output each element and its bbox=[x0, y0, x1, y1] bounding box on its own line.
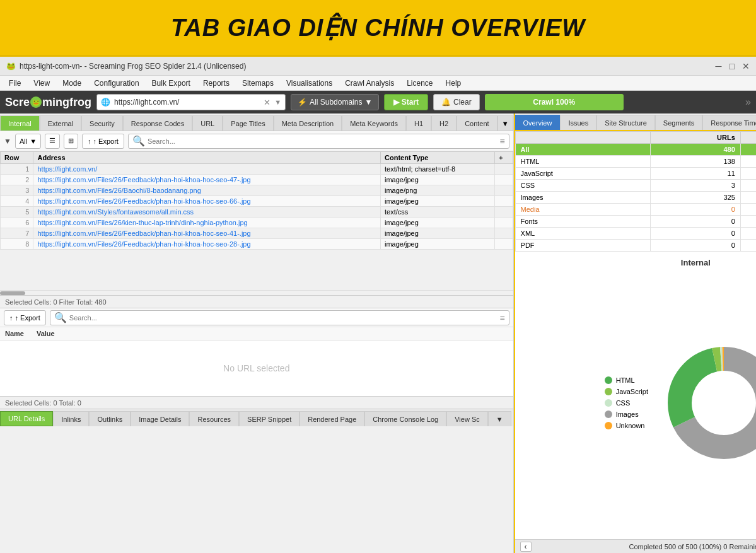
export-button[interactable]: ↑ ↑ Export bbox=[82, 134, 124, 149]
bottom-search-filter-icon[interactable]: ≡ bbox=[499, 313, 504, 323]
tab-meta-keywords[interactable]: Meta Keywords bbox=[342, 115, 406, 131]
tab-image-details[interactable]: Image Details bbox=[131, 411, 189, 426]
horizontal-scrollbar[interactable] bbox=[0, 290, 513, 295]
maximize-button[interactable]: □ bbox=[730, 61, 735, 71]
list-view-button[interactable]: ☰ bbox=[45, 134, 60, 149]
tab-response-times[interactable]: Response Times bbox=[702, 115, 756, 130]
tab-segments[interactable]: Segments bbox=[655, 115, 703, 130]
tab-content[interactable]: Content bbox=[457, 115, 497, 131]
menu-visualisations[interactable]: Visualisations bbox=[281, 78, 337, 89]
tab-more-bottom[interactable]: ▼ bbox=[488, 411, 511, 426]
cell-address[interactable]: https://light.com.vn/ bbox=[33, 164, 381, 175]
col-more[interactable]: + bbox=[495, 152, 513, 164]
tab-overview[interactable]: Overview bbox=[515, 115, 561, 130]
start-button[interactable]: ▶ Start bbox=[384, 94, 428, 110]
menu-licence[interactable]: Licence bbox=[402, 78, 438, 89]
overview-row[interactable]: Images 325 67.71% bbox=[515, 192, 756, 204]
tab-more[interactable]: ▼ bbox=[497, 115, 513, 131]
close-button[interactable]: ✕ bbox=[742, 61, 750, 71]
cell-address[interactable]: https://light.com.vn/Files/26/kien-thuc-… bbox=[33, 218, 381, 228]
table-row[interactable]: 1 https://light.com.vn/ text/html; chars… bbox=[1, 164, 513, 175]
table-row[interactable]: 4 https://light.com.vn/Files/26/Feedback… bbox=[1, 196, 513, 207]
table-row[interactable]: 7 https://light.com.vn/Files/26/Feedback… bbox=[1, 228, 513, 239]
cell-content-type: text/html; charset=utf-8 bbox=[381, 164, 495, 175]
tab-site-structure[interactable]: Site Structure bbox=[596, 115, 655, 130]
window-title: 🐸 https-light-com-vn- - Screaming Frog S… bbox=[6, 62, 246, 71]
minimize-button[interactable]: ─ bbox=[716, 61, 722, 71]
clear-button[interactable]: 🔔 Clear bbox=[433, 94, 480, 110]
tab-url[interactable]: URL bbox=[192, 115, 223, 131]
tab-internal[interactable]: Internal bbox=[0, 115, 40, 131]
cell-address[interactable]: https://light.com.vn/Files/26/Feedback/p… bbox=[33, 196, 381, 207]
cell-row: 5 bbox=[1, 207, 33, 218]
bottom-export-label: ↑ Export bbox=[15, 314, 40, 322]
menu-mode[interactable]: Mode bbox=[57, 78, 86, 89]
menu-reports[interactable]: Reports bbox=[198, 78, 235, 89]
prev-arrow[interactable]: ‹ bbox=[520, 542, 532, 552]
cell-address[interactable]: https://light.com.vn/Files/26/Feedback/p… bbox=[33, 228, 381, 239]
menu-help[interactable]: Help bbox=[441, 78, 467, 89]
overview-cell-urls: 480 bbox=[650, 144, 740, 156]
menu-sitemaps[interactable]: Sitemaps bbox=[237, 78, 279, 89]
bottom-export-button[interactable]: ↑ ↑ Export bbox=[4, 310, 46, 325]
cell-address[interactable]: https://light.com.vn/Files/26/Feedback/p… bbox=[33, 175, 381, 185]
filter-dropdown[interactable]: All ▼ bbox=[15, 134, 41, 149]
menu-crawl-analysis[interactable]: Crawl Analysis bbox=[340, 78, 399, 89]
tab-page-titles[interactable]: Page Titles bbox=[223, 115, 273, 131]
menu-file[interactable]: File bbox=[4, 78, 26, 89]
tab-meta-description[interactable]: Meta Description bbox=[274, 115, 342, 131]
tab-external[interactable]: External bbox=[40, 115, 81, 131]
search-filter-icon[interactable]: ≡ bbox=[499, 136, 504, 146]
overview-row[interactable]: PDF 0 0% bbox=[515, 240, 756, 252]
search-input[interactable] bbox=[148, 137, 497, 145]
table-row[interactable]: 6 https://light.com.vn/Files/26/kien-thu… bbox=[1, 218, 513, 228]
cell-address[interactable]: https://light.com.vn/Styles/fontawesome/… bbox=[33, 207, 381, 218]
overview-row[interactable]: CSS 3 0.63% bbox=[515, 180, 756, 192]
cell-content-type: image/jpeg bbox=[381, 218, 495, 228]
overview-cell-label: HTML bbox=[515, 156, 650, 168]
tab-view-sc[interactable]: View Sc bbox=[446, 411, 488, 426]
tab-serp-snippet[interactable]: SERP Snippet bbox=[239, 411, 299, 426]
grid-view-button[interactable]: ⊞ bbox=[64, 134, 78, 149]
bottom-search-input[interactable] bbox=[69, 314, 497, 322]
tab-url-details[interactable]: URL Details bbox=[0, 411, 53, 426]
menu-view[interactable]: View bbox=[28, 78, 55, 89]
cell-address[interactable]: https://light.com.vn/Files/26/Baochi/8-b… bbox=[33, 185, 381, 196]
cell-content-type: image/jpeg bbox=[381, 175, 495, 185]
cell-address[interactable]: https://light.com.vn/Files/26/Feedback/p… bbox=[33, 239, 381, 250]
bottom-tab-bar: URL Details Inlinks Outlinks Image Detai… bbox=[0, 409, 513, 426]
table-row[interactable]: 5 https://light.com.vn/Styles/fontawesom… bbox=[1, 207, 513, 218]
overview-table: URLs % of Total All 480 100% HTML 138 28… bbox=[515, 131, 756, 252]
toolbar-more-icon[interactable]: » bbox=[745, 96, 751, 108]
overview-row[interactable]: Media 0 0% bbox=[515, 204, 756, 216]
tab-issues[interactable]: Issues bbox=[560, 115, 596, 130]
menu-bulk-export[interactable]: Bulk Export bbox=[147, 78, 195, 89]
url-input[interactable] bbox=[114, 98, 260, 107]
tab-h1[interactable]: H1 bbox=[406, 115, 431, 131]
subdomain-button[interactable]: ⚡ All Subdomains ▼ bbox=[291, 94, 379, 110]
menu-configuration[interactable]: Configuration bbox=[89, 78, 144, 89]
overview-row[interactable]: Fonts 0 0% bbox=[515, 216, 756, 228]
tab-rendered-page[interactable]: Rendered Page bbox=[299, 411, 364, 426]
overview-row[interactable]: XML 0 0% bbox=[515, 228, 756, 240]
tab-resources[interactable]: Resources bbox=[189, 411, 239, 426]
url-clear-icon[interactable]: ✕ bbox=[264, 98, 270, 107]
overview-cell-pct: 100% bbox=[740, 144, 756, 156]
overview-row[interactable]: All 480 100% bbox=[515, 144, 756, 156]
overview-row[interactable]: HTML 138 28.75% bbox=[515, 156, 756, 168]
table-row[interactable]: 8 https://light.com.vn/Files/26/Feedback… bbox=[1, 239, 513, 250]
tab-security[interactable]: Security bbox=[81, 115, 123, 131]
tab-chrome-console[interactable]: Chrome Console Log bbox=[364, 411, 446, 426]
legend-dot-html bbox=[605, 376, 612, 384]
data-table: Row Address Content Type + 1 https://lig… bbox=[0, 151, 513, 250]
tab-response-codes[interactable]: Response Codes bbox=[123, 115, 192, 131]
tab-outlinks[interactable]: Outlinks bbox=[89, 411, 131, 426]
url-dropdown-icon[interactable]: ▼ bbox=[274, 98, 281, 106]
table-row[interactable]: 3 https://light.com.vn/Files/26/Baochi/8… bbox=[1, 185, 513, 196]
table-row[interactable]: 2 https://light.com.vn/Files/26/Feedback… bbox=[1, 175, 513, 185]
overview-row[interactable]: JavaScript 11 2.29% bbox=[515, 168, 756, 180]
tab-h2[interactable]: H2 bbox=[431, 115, 457, 131]
col-value: Value bbox=[37, 330, 55, 337]
export-icon: ↑ bbox=[88, 137, 91, 145]
tab-inlinks[interactable]: Inlinks bbox=[53, 411, 89, 426]
